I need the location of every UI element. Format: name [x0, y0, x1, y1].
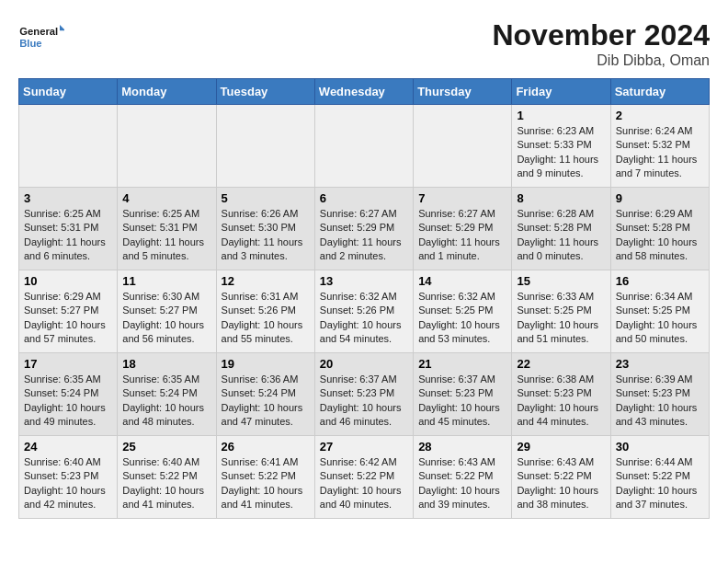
calendar-cell	[314, 105, 413, 188]
day-number: 16	[616, 274, 704, 288]
day-number: 1	[517, 109, 605, 122]
calendar-cell: 11Sunrise: 6:30 AMSunset: 5:27 PMDayligh…	[118, 270, 216, 353]
header-row: SundayMondayTuesdayWednesdayThursdayFrid…	[19, 79, 710, 105]
day-number: 15	[517, 274, 605, 288]
svg-text:Blue: Blue	[19, 38, 41, 49]
header-sunday: Sunday	[19, 79, 118, 105]
day-info: Sunrise: 6:40 AMSunset: 5:22 PMDaylight:…	[122, 455, 210, 512]
day-info: Sunrise: 6:35 AMSunset: 5:24 PMDaylight:…	[122, 373, 210, 430]
calendar-cell: 18Sunrise: 6:35 AMSunset: 5:24 PMDayligh…	[118, 353, 216, 436]
calendar-row: 17Sunrise: 6:35 AMSunset: 5:24 PMDayligh…	[19, 353, 710, 436]
day-info: Sunrise: 6:37 AMSunset: 5:23 PMDaylight:…	[418, 373, 506, 430]
calendar-cell: 6Sunrise: 6:27 AMSunset: 5:29 PMDaylight…	[314, 188, 413, 270]
day-info: Sunrise: 6:32 AMSunset: 5:26 PMDaylight:…	[320, 290, 408, 347]
day-info: Sunrise: 6:38 AMSunset: 5:23 PMDaylight:…	[517, 373, 605, 430]
day-info: Sunrise: 6:25 AMSunset: 5:31 PMDaylight:…	[24, 207, 112, 264]
day-number: 7	[418, 191, 506, 205]
day-number: 11	[122, 274, 210, 288]
day-number: 24	[24, 440, 112, 454]
day-number: 5	[222, 191, 310, 205]
day-number: 18	[122, 357, 210, 371]
calendar-cell: 2Sunrise: 6:24 AMSunset: 5:32 PMDaylight…	[610, 105, 709, 188]
day-number: 2	[616, 109, 704, 122]
day-info: Sunrise: 6:27 AMSunset: 5:29 PMDaylight:…	[418, 207, 506, 264]
day-number: 23	[616, 357, 704, 371]
day-number: 12	[222, 274, 310, 288]
day-number: 10	[24, 274, 112, 288]
day-number: 26	[222, 440, 310, 454]
calendar-cell: 13Sunrise: 6:32 AMSunset: 5:26 PMDayligh…	[314, 270, 413, 353]
calendar-cell: 3Sunrise: 6:25 AMSunset: 5:31 PMDaylight…	[19, 188, 118, 270]
header: General Blue November 2024 Dib Dibba, Om…	[18, 18, 710, 69]
day-info: Sunrise: 6:43 AMSunset: 5:22 PMDaylight:…	[517, 455, 605, 512]
day-info: Sunrise: 6:28 AMSunset: 5:28 PMDaylight:…	[517, 207, 605, 264]
calendar-cell: 12Sunrise: 6:31 AMSunset: 5:26 PMDayligh…	[216, 270, 314, 353]
day-info: Sunrise: 6:39 AMSunset: 5:23 PMDaylight:…	[616, 373, 704, 430]
day-info: Sunrise: 6:29 AMSunset: 5:28 PMDaylight:…	[616, 207, 704, 264]
calendar-cell: 23Sunrise: 6:39 AMSunset: 5:23 PMDayligh…	[610, 353, 709, 436]
day-info: Sunrise: 6:35 AMSunset: 5:24 PMDaylight:…	[24, 373, 112, 430]
day-info: Sunrise: 6:26 AMSunset: 5:30 PMDaylight:…	[222, 207, 310, 264]
calendar-cell	[19, 105, 118, 188]
day-info: Sunrise: 6:34 AMSunset: 5:25 PMDaylight:…	[616, 290, 704, 347]
calendar-cell: 9Sunrise: 6:29 AMSunset: 5:28 PMDaylight…	[610, 188, 709, 270]
calendar-cell: 1Sunrise: 6:23 AMSunset: 5:33 PMDaylight…	[512, 105, 610, 188]
day-number: 20	[320, 357, 408, 371]
header-friday: Friday	[512, 79, 610, 105]
day-number: 8	[517, 191, 605, 205]
day-number: 22	[517, 357, 605, 371]
calendar-cell: 26Sunrise: 6:41 AMSunset: 5:22 PMDayligh…	[216, 436, 314, 519]
calendar-cell: 14Sunrise: 6:32 AMSunset: 5:25 PMDayligh…	[414, 270, 512, 353]
day-number: 30	[616, 440, 704, 454]
day-info: Sunrise: 6:33 AMSunset: 5:25 PMDaylight:…	[517, 290, 605, 347]
calendar-cell: 28Sunrise: 6:43 AMSunset: 5:22 PMDayligh…	[414, 436, 512, 519]
day-info: Sunrise: 6:27 AMSunset: 5:29 PMDaylight:…	[320, 207, 408, 264]
calendar-cell: 5Sunrise: 6:26 AMSunset: 5:30 PMDaylight…	[216, 188, 314, 270]
calendar-cell: 4Sunrise: 6:25 AMSunset: 5:31 PMDaylight…	[118, 188, 216, 270]
day-number: 9	[616, 191, 704, 205]
calendar-cell: 21Sunrise: 6:37 AMSunset: 5:23 PMDayligh…	[414, 353, 512, 436]
calendar-header: SundayMondayTuesdayWednesdayThursdayFrid…	[19, 79, 710, 105]
day-info: Sunrise: 6:31 AMSunset: 5:26 PMDaylight:…	[222, 290, 310, 347]
day-number: 4	[122, 191, 210, 205]
calendar-body: 1Sunrise: 6:23 AMSunset: 5:33 PMDaylight…	[19, 105, 710, 519]
page-title: November 2024	[492, 18, 710, 52]
day-info: Sunrise: 6:24 AMSunset: 5:32 PMDaylight:…	[616, 124, 704, 181]
svg-marker-2	[60, 25, 64, 30]
calendar-cell: 8Sunrise: 6:28 AMSunset: 5:28 PMDaylight…	[512, 188, 610, 270]
calendar-cell: 16Sunrise: 6:34 AMSunset: 5:25 PMDayligh…	[610, 270, 709, 353]
day-info: Sunrise: 6:41 AMSunset: 5:22 PMDaylight:…	[222, 455, 310, 512]
calendar-cell: 7Sunrise: 6:27 AMSunset: 5:29 PMDaylight…	[414, 188, 512, 270]
day-number: 27	[320, 440, 408, 454]
title-block: November 2024 Dib Dibba, Oman	[492, 18, 710, 69]
calendar-cell: 25Sunrise: 6:40 AMSunset: 5:22 PMDayligh…	[118, 436, 216, 519]
day-number: 29	[517, 440, 605, 454]
header-thursday: Thursday	[414, 79, 512, 105]
calendar-table: SundayMondayTuesdayWednesdayThursdayFrid…	[18, 78, 710, 519]
calendar-row: 10Sunrise: 6:29 AMSunset: 5:27 PMDayligh…	[19, 270, 710, 353]
day-info: Sunrise: 6:29 AMSunset: 5:27 PMDaylight:…	[24, 290, 112, 347]
day-info: Sunrise: 6:37 AMSunset: 5:23 PMDaylight:…	[320, 373, 408, 430]
day-info: Sunrise: 6:43 AMSunset: 5:22 PMDaylight:…	[418, 455, 506, 512]
day-number: 6	[320, 191, 408, 205]
calendar-cell: 30Sunrise: 6:44 AMSunset: 5:22 PMDayligh…	[610, 436, 709, 519]
calendar-cell: 15Sunrise: 6:33 AMSunset: 5:25 PMDayligh…	[512, 270, 610, 353]
calendar-cell: 20Sunrise: 6:37 AMSunset: 5:23 PMDayligh…	[314, 353, 413, 436]
day-number: 28	[418, 440, 506, 454]
header-saturday: Saturday	[610, 79, 709, 105]
calendar-cell	[118, 105, 216, 188]
day-info: Sunrise: 6:25 AMSunset: 5:31 PMDaylight:…	[122, 207, 210, 264]
logo-svg: General Blue	[18, 18, 64, 55]
calendar-cell	[414, 105, 512, 188]
day-info: Sunrise: 6:42 AMSunset: 5:22 PMDaylight:…	[320, 455, 408, 512]
calendar-cell	[216, 105, 314, 188]
calendar-row: 24Sunrise: 6:40 AMSunset: 5:23 PMDayligh…	[19, 436, 710, 519]
calendar-cell: 22Sunrise: 6:38 AMSunset: 5:23 PMDayligh…	[512, 353, 610, 436]
calendar-cell: 10Sunrise: 6:29 AMSunset: 5:27 PMDayligh…	[19, 270, 118, 353]
logo: General Blue	[18, 18, 64, 55]
header-monday: Monday	[118, 79, 216, 105]
calendar-row: 3Sunrise: 6:25 AMSunset: 5:31 PMDaylight…	[19, 188, 710, 270]
calendar-cell: 27Sunrise: 6:42 AMSunset: 5:22 PMDayligh…	[314, 436, 413, 519]
header-wednesday: Wednesday	[314, 79, 413, 105]
day-number: 3	[24, 191, 112, 205]
